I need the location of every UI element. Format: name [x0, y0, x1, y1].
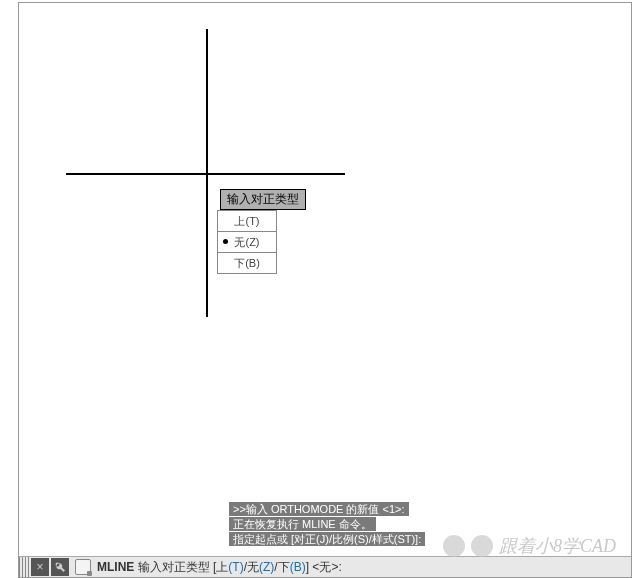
menu-item-none[interactable]: 无(Z): [218, 232, 276, 253]
opt-top[interactable]: 上: [216, 560, 228, 574]
command-input[interactable]: MLINE 输入对正类型 [上(T)/无(Z)/下(B)] <无>:: [91, 559, 631, 576]
wrench-icon: [54, 561, 66, 573]
menu-item-top[interactable]: 上(T): [218, 211, 276, 232]
grip-handle-icon[interactable]: [19, 557, 29, 577]
command-name: MLINE: [97, 560, 134, 574]
menu-item-label: 无(Z): [234, 235, 259, 250]
justification-menu[interactable]: 上(T) 无(Z) 下(B): [217, 210, 277, 274]
opt-top-key[interactable]: (T): [228, 560, 243, 574]
command-bar[interactable]: × MLINE 输入对正类型 [上(T)/无(Z)/下(B)] <无>:: [19, 556, 631, 577]
tooltip-label: 输入对正类型: [227, 192, 299, 206]
drawing-vertical-line: [206, 29, 208, 317]
command-prompt-suffix: ] <无>:: [306, 560, 342, 574]
selected-dot-icon: [223, 239, 228, 244]
menu-item-bottom[interactable]: 下(B): [218, 253, 276, 273]
history-line: 指定起点或 [对正(J)/比例(S)/样式(ST)]:: [229, 532, 425, 546]
menu-item-label: 下(B): [234, 256, 260, 271]
history-line: 正在恢复执行 MLINE 命令。: [229, 517, 376, 531]
command-prompt-prefix: 输入对正类型 [: [138, 560, 217, 574]
command-indicator-icon: [75, 559, 91, 575]
input-tooltip: 输入对正类型: [220, 189, 306, 210]
opt-none[interactable]: 无: [247, 560, 259, 574]
history-line: >>输入 ORTHOMODE 的新值 <1>:: [229, 502, 409, 516]
wrench-button[interactable]: [51, 558, 69, 576]
app-frame: 输入对正类型 上(T) 无(Z) 下(B) >>输入 ORTHOMODE 的新值…: [18, 2, 632, 578]
command-history: >>输入 ORTHOMODE 的新值 <1>: 正在恢复执行 MLINE 命令。…: [229, 501, 425, 546]
opt-bottom-key[interactable]: (B): [290, 560, 306, 574]
close-button[interactable]: ×: [31, 558, 49, 576]
menu-item-label: 上(T): [234, 214, 259, 229]
opt-bottom[interactable]: 下: [278, 560, 290, 574]
drawing-canvas[interactable]: 输入对正类型 上(T) 无(Z) 下(B): [19, 3, 631, 577]
opt-none-key[interactable]: (Z): [259, 560, 274, 574]
close-icon: ×: [36, 560, 43, 574]
